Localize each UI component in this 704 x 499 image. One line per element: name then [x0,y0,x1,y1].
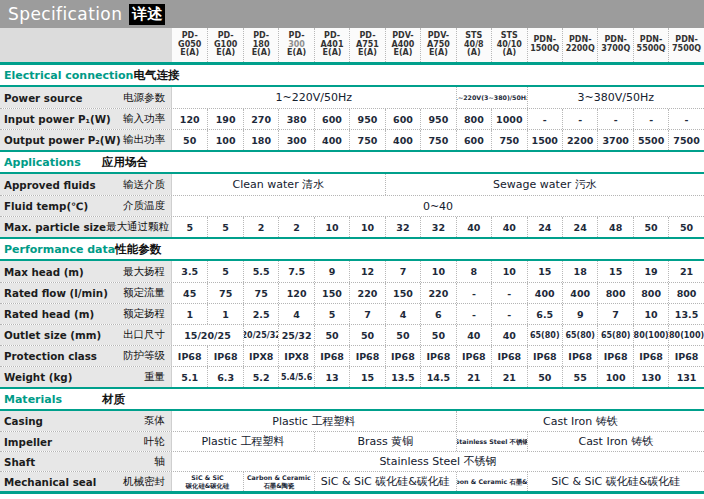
cell-text: 13.5 [391,372,414,383]
value-cell: SiC & SiC碳化硅&碳化硅 [172,472,243,491]
value-cell: 3~380V/50Hz [527,87,704,108]
cell-text: 21 [503,372,516,383]
cell-text: 7.5 [288,266,305,277]
cell-text: Stainless Steel 不锈钢 [456,438,527,445]
row-label: Max. particle size最大通过颗粒 [0,217,172,237]
value-cell: 950 [349,109,384,129]
cell-text: 65(80) [565,331,595,340]
value-cell: 750 [491,130,526,150]
cell-text: - [472,288,476,299]
section-title-en: Performance data [4,243,115,256]
row-cells: 5.16.35.25.4/5.6131513.514.5212150551001… [172,367,704,387]
column-header-line: E(A) [358,49,377,58]
cell-text: 40 [503,222,516,233]
value-cell: 24 [527,217,562,237]
value-cell: Cast Iron 铸铁 [456,411,704,431]
cell-text: - [649,114,653,125]
value-cell: 7 [349,304,384,324]
row-label-en: Outlet size (mm) [4,329,101,341]
spec-row-impeller: Impeller叶轮Plastic 工程塑料Brass 黄铜Stainless … [0,431,704,451]
page-title: Specification [8,4,122,24]
row-label-zh: 输入功率 [123,112,165,126]
value-cell: 5.5 [243,261,278,282]
cell-text: SiC & SiC [191,474,224,481]
value-cell: 5 [314,304,349,324]
value-cell: 50 [420,325,455,345]
cell-text: - [507,309,511,320]
row-label-en: Fluid temp(℃) [4,200,88,212]
cell-text: 7500 [673,135,699,146]
spec-sheet-page: Specification 详述 PD-G050E(A)PD-G100E(A)P… [0,0,704,499]
column-header-line: E(A) [393,49,412,58]
spec-row-output-power-p-w: Output power P₂(W)输出功率501001803004007504… [0,129,704,150]
cell-text: 400 [322,135,342,146]
value-cell: 80(100) [633,325,668,345]
value-cell: 2 [278,217,313,237]
section-title-applications: Applications应用场合 [0,152,704,172]
spec-row-shaft: Shaft轴Stainless Steel 不锈钢 [0,451,704,471]
value-cell: 50 [527,367,562,387]
row-label-zh: 叶轮 [144,435,165,449]
value-cell: 750 [349,130,384,150]
row-label-en: Mechanical seal [4,476,96,488]
cell-text: 10 [325,222,338,233]
value-cell: IP68 [633,346,668,366]
section-title-en: Applications [4,156,102,169]
row-label-en: Weight (kg) [4,371,72,383]
cell-text: 80(100) [634,331,669,340]
cell-text: 5 [222,222,229,233]
cell-text: 48 [609,222,622,233]
cell-text: 50 [325,330,338,341]
cell-text: 20/25/32 [243,331,278,340]
section-title-zh: 材质 [102,392,125,407]
row-label-en: Protection class [4,350,97,362]
value-cell: 50 [385,325,420,345]
cell-text: 1000 [496,114,522,125]
value-cell: 21 [668,261,703,282]
value-cell: 21 [491,367,526,387]
cell-text: 800 [464,114,484,125]
spec-row-mechanical-seal: Mechanical seal机械密封SiC & SiC碳化硅&碳化硅Carbo… [0,471,704,491]
cell-text: 13.5 [675,309,698,320]
row-label-zh: 最大扬程 [123,265,165,279]
spec-row-outlet-size-mm: Outlet size (mm)出口尺寸15/20/2520/25/3225/3… [0,324,704,345]
cell-text: 75 [219,288,232,299]
column-header-pd-180e-a: PD-180E(A) [243,28,278,62]
cell-text: 1500 [532,135,558,146]
value-cell: 5 [207,217,242,237]
value-cell: 4 [385,304,420,324]
value-cell: 5.2 [243,367,278,387]
section-title-electrical-connection: Electrical connection电气连接 [0,65,704,85]
row-label-zh: 输出功率 [123,133,165,147]
row-label-zh: 出口尺寸 [123,328,165,342]
value-cell: 32 [385,217,420,237]
row-label: Rated head (m)额定扬程 [0,304,172,324]
value-cell: 800 [597,283,632,303]
row-cells: 15/20/2520/25/3225/3250505050404065(80)6… [172,325,704,345]
cell-text: 1 [222,309,229,320]
value-cell: IP68 [562,346,597,366]
row-cells: Plastic 工程塑料Brass 黄铜Stainless Steel 不锈钢C… [172,432,704,451]
cell-text: 40 [467,222,480,233]
value-cell: 15 [597,261,632,282]
row-label-en: Rated flow (l/min) [4,287,108,299]
value-cell: 15 [349,367,384,387]
cell-text: 6 [435,309,442,320]
row-label: Casing泵体 [0,411,172,431]
cell-text: 2200 [567,135,593,146]
row-label: Approved fluids输送介质 [0,174,172,195]
row-label: Power source电源参数 [0,87,172,108]
cell-text: - [685,114,689,125]
cell-text: 5 [222,266,229,277]
value-cell: IP68 [314,346,349,366]
value-cell: 7 [597,304,632,324]
section-title-en: Materials [4,393,102,406]
cell-text: - [578,114,582,125]
column-header-line: 1500Q [530,45,559,54]
value-cell: 14.5 [420,367,455,387]
row-label-zh: 介质温度 [123,199,165,213]
cell-text: IP68 [568,351,592,362]
cell-text: - [472,309,476,320]
row-cells: 3.555.57.59127108101518151921 [172,261,704,282]
row-cells: 457575120150220150220--400400800800800 [172,283,704,303]
